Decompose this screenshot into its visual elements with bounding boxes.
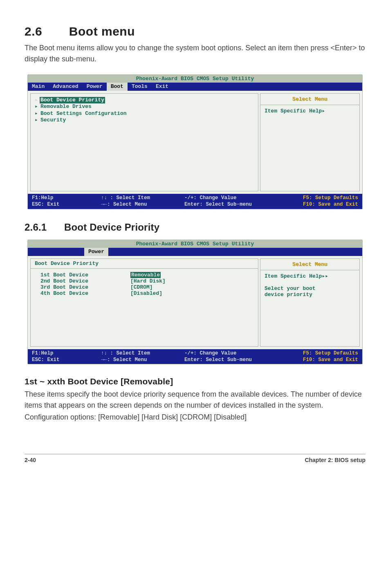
boot-device-value: Removable bbox=[130, 272, 161, 278]
bios-tab-boot[interactable]: Boot bbox=[107, 83, 128, 91]
select-menu-panel: Select Menu bbox=[260, 93, 360, 105]
menu-item-boot-settings-config[interactable]: ▸Boot Settings Configuration bbox=[35, 110, 254, 117]
bios-footer: F1:Help ESC: Exit ↑↓ : Select Item →←: S… bbox=[28, 349, 362, 364]
option-description: These items specify the boot device prio… bbox=[25, 389, 365, 411]
help-label: Item Specific Help bbox=[264, 108, 322, 114]
boot-device-label: 1st Boot Device bbox=[40, 272, 130, 278]
bios-footer: F1:Help ESC: Exit ↑↓ : Select Item →←: S… bbox=[28, 194, 362, 209]
footer-key-f1: F1:Help bbox=[32, 350, 54, 356]
bios-tab-blank bbox=[28, 248, 52, 256]
help-body-line2: device priority bbox=[264, 292, 312, 298]
help-arrow-icon: ▸ bbox=[322, 108, 325, 114]
option-config-options: Configuration options: [Removable] [Hard… bbox=[25, 412, 365, 423]
footer-key-esc: ESC: Exit bbox=[32, 357, 60, 363]
page-number: 2-40 bbox=[25, 457, 36, 463]
page-footer: 2-40 Chapter 2: BIOS setup bbox=[25, 457, 365, 463]
footer-key-leftright: →←: Select Menu bbox=[101, 357, 147, 363]
menu-item-label: Security bbox=[40, 117, 66, 123]
subsection-heading: 2.6.1 Boot Device Priority bbox=[25, 222, 365, 233]
footer-key-updown: ↑↓ : Select Item bbox=[101, 350, 150, 356]
select-menu-label: Select Menu bbox=[292, 261, 327, 267]
intro-paragraph: The Boot menu items allow you to change … bbox=[25, 43, 365, 65]
select-menu-label: Select Menu bbox=[292, 96, 327, 102]
footer-key-f5: F5: Setup Defaults bbox=[303, 195, 358, 201]
help-panel: Item Specific Help▸▸ Select your boot de… bbox=[260, 270, 360, 347]
section-title-text: Boot menu bbox=[69, 25, 135, 38]
boot-device-row-2[interactable]: 2nd Boot Device [Hard Disk] bbox=[40, 278, 254, 284]
footer-key-f10: F10: Save and Exit bbox=[303, 357, 358, 363]
footer-key-enter: Enter: Select Sub-menu bbox=[184, 357, 252, 363]
bios-tab-advanced[interactable]: Advanced bbox=[49, 83, 82, 91]
footer-key-updown: ↑↓ : Select Item bbox=[101, 195, 150, 201]
option-heading: 1st ~ xxth Boot Device [Removable] bbox=[25, 377, 365, 386]
menu-item-security[interactable]: ▸Security bbox=[35, 117, 254, 123]
bios-tab-tools[interactable]: Tools bbox=[128, 83, 152, 91]
subsection-number: 2.6.1 bbox=[25, 222, 61, 233]
menu-item-removable-drives[interactable]: ▸Removable Drives bbox=[35, 103, 254, 110]
bios-screenshot-boot-priority: Phoenix-Award BIOS CMOS Setup Utility Po… bbox=[27, 240, 363, 365]
bios-title: Phoenix-Award BIOS CMOS Setup Utility bbox=[28, 75, 362, 83]
bios-tab-power[interactable]: Power bbox=[84, 248, 108, 256]
boot-device-row-3[interactable]: 3rd Boot Device [CDROM] bbox=[40, 284, 254, 290]
bios-screenshot-boot-menu: Phoenix-Award BIOS CMOS Setup Utility Ma… bbox=[27, 74, 363, 209]
subsection-title-text: Boot Device Priority bbox=[64, 222, 159, 233]
section-heading: 2.6 Boot menu bbox=[25, 25, 365, 38]
boot-device-row-4[interactable]: 4th Boot Device [Disabled] bbox=[40, 290, 254, 296]
section-number: 2.6 bbox=[25, 25, 65, 38]
submenu-arrow-icon: ▸ bbox=[35, 103, 40, 110]
boot-device-value: [CDROM] bbox=[130, 284, 254, 290]
help-body-line1: Select your boot bbox=[264, 285, 316, 292]
boot-device-value: [Disabled] bbox=[130, 290, 254, 296]
boot-device-value: [Hard Disk] bbox=[130, 278, 254, 284]
select-menu-panel: Select Menu bbox=[260, 258, 360, 270]
chapter-title: Chapter 2: BIOS setup bbox=[305, 457, 365, 463]
footer-key-f10: F10: Save and Exit bbox=[303, 202, 358, 207]
footer-key-f1: F1:Help bbox=[32, 195, 54, 201]
help-panel: Item Specific Help▸ bbox=[260, 105, 360, 191]
menu-item-label: Removable Drives bbox=[40, 103, 92, 110]
submenu-arrow-icon: ▸ bbox=[35, 110, 40, 117]
bios-tab-main[interactable]: Main bbox=[28, 83, 49, 91]
footer-key-f5: F5: Setup Defaults bbox=[303, 350, 358, 356]
boot-device-label: 4th Boot Device bbox=[40, 290, 130, 296]
footer-key-leftright: →←: Select Menu bbox=[101, 202, 147, 207]
panel-heading: Boot Device Priority bbox=[31, 259, 258, 268]
bios-tab-blank bbox=[52, 248, 84, 256]
footer-key-plusminus: -/+: Change Value bbox=[184, 350, 237, 356]
help-label: Item Specific Help bbox=[264, 273, 322, 279]
footer-rule bbox=[25, 454, 365, 454]
bios-tab-bar: Power bbox=[28, 248, 362, 256]
footer-key-enter: Enter: Select Sub-menu bbox=[184, 202, 252, 207]
bios-tab-exit[interactable]: Exit bbox=[152, 83, 173, 91]
menu-item-boot-device-priority[interactable]: ▸Boot Device Priority bbox=[35, 97, 254, 103]
bios-tab-power[interactable]: Power bbox=[83, 83, 107, 91]
help-arrow-icon: ▸▸ bbox=[322, 273, 328, 279]
footer-key-esc: ESC: Exit bbox=[32, 202, 60, 207]
boot-device-row-1[interactable]: 1st Boot Device Removable bbox=[40, 272, 254, 278]
submenu-arrow-icon: ▸ bbox=[35, 117, 40, 123]
menu-item-label: Boot Settings Configuration bbox=[40, 110, 127, 117]
bios-title: Phoenix-Award BIOS CMOS Setup Utility bbox=[28, 240, 362, 248]
boot-device-label: 2nd Boot Device bbox=[40, 278, 130, 284]
bios-tab-bar: Main Advanced Power Boot Tools Exit bbox=[28, 83, 362, 91]
boot-device-label: 3rd Boot Device bbox=[40, 284, 130, 290]
footer-key-plusminus: -/+: Change Value bbox=[184, 195, 237, 201]
menu-item-label: Boot Device Priority bbox=[40, 97, 105, 103]
